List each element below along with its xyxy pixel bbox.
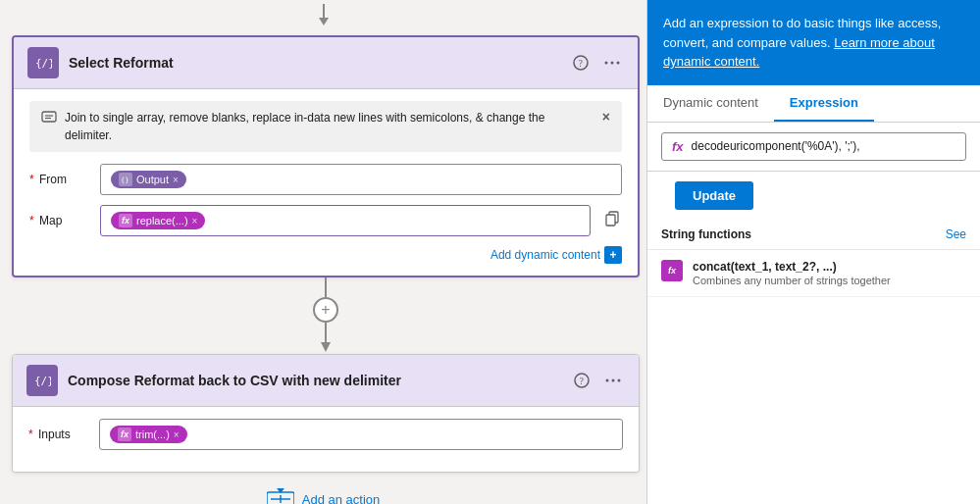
compose-reformat-card: {/} Compose Reformat back to CSV with ne… — [12, 354, 640, 473]
svg-text:{}: {} — [121, 176, 129, 184]
inputs-token-close[interactable]: × — [174, 429, 180, 440]
select-reformat-card: {/} Select Reformat ? — [12, 35, 640, 277]
function-desc: Combines any number of strings together — [693, 275, 891, 286]
function-name: concat(text_1, text_2?, ...) — [693, 260, 891, 274]
map-label: * Map — [29, 214, 88, 227]
svg-point-5 — [605, 62, 608, 65]
inputs-label: * Inputs — [28, 428, 87, 441]
map-token-close[interactable]: × — [192, 216, 198, 227]
from-token-close[interactable]: × — [173, 175, 179, 185]
output-token-icon: {} — [119, 173, 132, 186]
fx-token-icon: fx — [119, 214, 132, 227]
card1-icon: {/} — [27, 47, 59, 78]
card1-header: {/} Select Reformat ? — [14, 37, 638, 89]
expression-value-text: decodeuricomponent('%0A'), ';'), — [692, 139, 955, 153]
inputs-input[interactable]: fx trim(...) × — [99, 419, 623, 450]
function-info: concat(text_1, text_2?, ...) Combines an… — [693, 260, 891, 286]
svg-text:?: ? — [580, 376, 585, 386]
inputs-token-icon: fx — [118, 428, 131, 441]
svg-text:{/}: {/} — [34, 375, 51, 387]
see-link[interactable]: See — [946, 227, 966, 241]
card1-actions: ? — [569, 53, 624, 73]
svg-point-20 — [618, 379, 621, 382]
tab-dynamic-content[interactable]: Dynamic content — [647, 85, 774, 122]
card1-title: Select Reformat — [69, 55, 559, 71]
card1-help-btn[interactable]: ? — [569, 53, 593, 73]
map-field-row: * Map fx replace(...) × — [29, 205, 622, 236]
connector-line-top — [325, 277, 327, 297]
card2-help-btn[interactable]: ? — [570, 371, 593, 390]
expression-area: fx decodeuricomponent('%0A'), ';'), — [647, 123, 980, 172]
svg-marker-14 — [321, 342, 331, 352]
string-functions-row: String functions See — [647, 220, 980, 250]
inputs-trim-token[interactable]: fx trim(...) × — [110, 426, 187, 443]
add-action-row[interactable]: Add an action — [12, 488, 635, 504]
connector-line-bottom — [325, 323, 327, 342]
add-dynamic-row[interactable]: Add dynamic content + — [29, 246, 622, 264]
inputs-field-row: * Inputs fx trim(...) × — [28, 419, 623, 450]
card2-more-btn[interactable] — [601, 377, 625, 384]
canvas-wrapper: {/} Select Reformat ? — [0, 0, 646, 504]
card1-body: Join to single array, remove blanks, rep… — [14, 89, 638, 276]
update-btn-wrapper: Update — [647, 172, 980, 220]
info-chat-icon — [41, 110, 57, 128]
svg-point-6 — [611, 62, 614, 65]
main-canvas: {/} Select Reformat ? — [0, 0, 646, 504]
expression-fx-label: fx — [672, 139, 684, 154]
card1-info-banner: Join to single array, remove blanks, rep… — [29, 101, 622, 152]
svg-marker-1 — [319, 18, 329, 25]
card2-title: Compose Reformat back to CSV with new de… — [68, 373, 560, 388]
add-dynamic-btn[interactable]: + — [604, 246, 622, 264]
card2-actions: ? — [570, 371, 625, 390]
expression-input-row[interactable]: fx decodeuricomponent('%0A'), ';'), — [661, 132, 966, 161]
from-output-token[interactable]: {} Output × — [111, 171, 186, 188]
card2-icon: {/} — [26, 365, 58, 396]
panel-blue-header: Add an expression to do basic things lik… — [647, 0, 980, 85]
map-input[interactable]: fx replace(...) × — [100, 205, 591, 236]
card2-header: {/} Compose Reformat back to CSV with ne… — [13, 355, 639, 407]
map-required: * — [29, 214, 34, 227]
middle-connector: + — [12, 277, 640, 354]
map-copy-btn[interactable] — [602, 209, 622, 232]
tab-expression[interactable]: Expression — [774, 85, 874, 122]
svg-point-7 — [617, 62, 620, 65]
card1-info-text: Join to single array, remove blanks, rep… — [65, 109, 594, 144]
svg-text:?: ? — [579, 58, 584, 69]
panel-tabs: Dynamic content Expression — [647, 85, 980, 123]
map-replace-token[interactable]: fx replace(...) × — [111, 212, 205, 229]
update-button[interactable]: Update — [675, 181, 753, 210]
svg-text:{/}: {/} — [35, 57, 52, 70]
add-action-icon — [267, 488, 294, 504]
card2-body: * Inputs fx trim(...) × — [13, 407, 639, 472]
svg-rect-8 — [42, 112, 56, 122]
from-input[interactable]: {} Output × — [100, 164, 622, 195]
add-action-label: Add an action — [302, 492, 381, 505]
function-item-concat[interactable]: fx concat(text_1, text_2?, ...) Combines… — [647, 250, 980, 297]
inputs-required: * — [28, 428, 33, 441]
card1-info-close[interactable]: × — [602, 109, 610, 125]
from-label: * From — [29, 173, 88, 186]
add-step-btn[interactable]: + — [313, 297, 338, 323]
function-fx-icon: fx — [661, 260, 683, 281]
string-functions-label: String functions — [661, 227, 751, 241]
svg-point-18 — [606, 379, 609, 382]
top-connector-arrow — [12, 0, 635, 31]
from-field-row: * From {} Output × — [29, 164, 622, 195]
right-panel: Add an expression to do basic things lik… — [646, 0, 980, 504]
svg-rect-13 — [606, 215, 615, 226]
card1-more-btn[interactable] — [600, 59, 624, 67]
svg-point-19 — [612, 379, 615, 382]
from-required: * — [29, 173, 34, 186]
